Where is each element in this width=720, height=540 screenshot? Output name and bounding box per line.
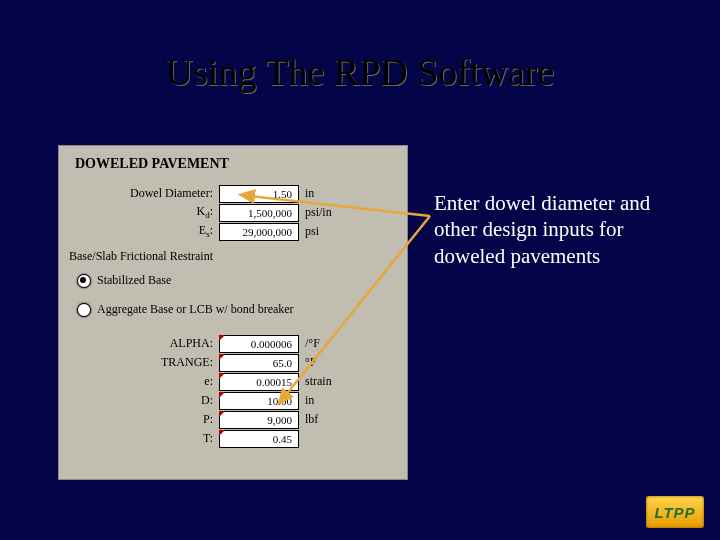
radio-aggregate-base[interactable]: Aggregate Base or LCB w/ bond breaker (59, 299, 407, 320)
unit-e: strain (299, 374, 332, 389)
input-alpha[interactable]: 0.000006 (219, 335, 299, 353)
unit-es: psi (299, 224, 319, 239)
unit-trange: °F (299, 355, 316, 370)
annotation-text: Enter dowel diameter and other design in… (434, 190, 694, 269)
row-dowel-diameter: Dowel Diameter: 1.50 in (59, 184, 407, 203)
unit-d: in (299, 393, 314, 408)
unit-kd: psi/in (299, 205, 332, 220)
row-p: P: 9,000 lbf (59, 410, 407, 429)
radio-label: Stabilized Base (97, 273, 171, 288)
label-alpha: ALPHA: (59, 336, 219, 351)
slide-title: Using The RPD Software (0, 50, 720, 94)
row-e: e: 0.00015 strain (59, 372, 407, 391)
unit-alpha: /°F (299, 336, 320, 351)
input-e[interactable]: 0.00015 (219, 373, 299, 391)
radio-label: Aggregate Base or LCB w/ bond breaker (97, 302, 294, 317)
unit-p: lbf (299, 412, 318, 427)
input-t[interactable]: 0.45 (219, 430, 299, 448)
row-es: Es: 29,000,000 psi (59, 222, 407, 241)
row-trange: TRANGE: 65.0 °F (59, 353, 407, 372)
label-p: P: (59, 412, 219, 427)
unit-dowel-diameter: in (299, 186, 314, 201)
friction-section-label: Base/Slab Frictional Restraint (59, 241, 407, 270)
panel-header: DOWELED PAVEMENT (59, 146, 407, 178)
input-trange[interactable]: 65.0 (219, 354, 299, 372)
radio-stabilized-base[interactable]: Stabilized Base (59, 270, 407, 291)
row-alpha: ALPHA: 0.000006 /°F (59, 334, 407, 353)
input-es[interactable]: 29,000,000 (219, 223, 299, 241)
label-kd: Kd: (59, 204, 219, 220)
ltpp-logo: LTPP (646, 496, 704, 528)
radio-icon (77, 303, 91, 317)
label-e: e: (59, 374, 219, 389)
label-es: Es: (59, 223, 219, 239)
input-kd[interactable]: 1,500,000 (219, 204, 299, 222)
label-trange: TRANGE: (59, 355, 219, 370)
row-t: T: 0.45 (59, 429, 407, 448)
input-dowel-diameter[interactable]: 1.50 (219, 185, 299, 203)
row-kd: Kd: 1,500,000 psi/in (59, 203, 407, 222)
radio-icon (77, 274, 91, 288)
row-d: D: 10.00 in (59, 391, 407, 410)
input-p[interactable]: 9,000 (219, 411, 299, 429)
label-d: D: (59, 393, 219, 408)
label-dowel-diameter: Dowel Diameter: (59, 186, 219, 201)
input-d[interactable]: 10.00 (219, 392, 299, 410)
label-t: T: (59, 431, 219, 446)
doweled-pavement-panel: DOWELED PAVEMENT Dowel Diameter: 1.50 in… (58, 145, 408, 480)
